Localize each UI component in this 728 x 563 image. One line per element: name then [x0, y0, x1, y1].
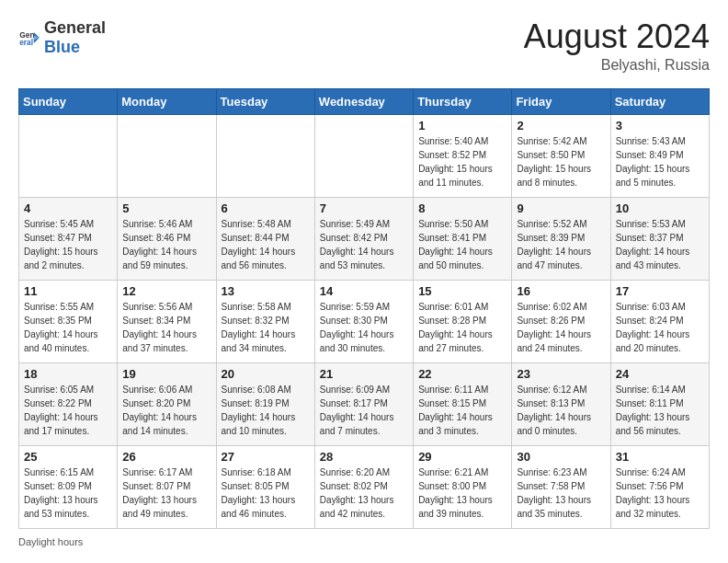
day-number: 5: [122, 201, 210, 215]
table-cell: 28Sunrise: 6:20 AMSunset: 8:02 PMDayligh…: [314, 445, 413, 528]
day-info: Sunrise: 5:56 AMSunset: 8:34 PMDaylight:…: [122, 300, 210, 355]
day-info: Sunrise: 5:58 AMSunset: 8:32 PMDaylight:…: [222, 300, 310, 355]
day-info: Sunrise: 5:53 AMSunset: 8:37 PMDaylight:…: [616, 217, 704, 272]
day-number: 26: [122, 450, 210, 464]
day-info: Sunrise: 6:14 AMSunset: 8:11 PMDaylight:…: [616, 383, 704, 438]
table-cell: 1Sunrise: 5:40 AMSunset: 8:52 PMDaylight…: [414, 114, 512, 197]
table-cell: 12Sunrise: 5:56 AMSunset: 8:34 PMDayligh…: [118, 280, 216, 362]
day-number: 6: [222, 201, 310, 215]
day-info: Sunrise: 6:11 AMSunset: 8:15 PMDaylight:…: [418, 383, 506, 438]
table-cell: 13Sunrise: 5:58 AMSunset: 8:32 PMDayligh…: [216, 280, 314, 362]
table-cell: 21Sunrise: 6:09 AMSunset: 8:17 PMDayligh…: [314, 362, 413, 445]
day-info: Sunrise: 6:23 AMSunset: 7:58 PMDaylight:…: [517, 465, 605, 521]
footer-note: Daylight hours: [18, 536, 710, 547]
day-number: 16: [517, 284, 605, 298]
logo-general: General: [44, 18, 106, 37]
page-header: Gen eral General Blue August 2024 Belyas…: [18, 18, 710, 74]
table-cell: 29Sunrise: 6:21 AMSunset: 8:00 PMDayligh…: [414, 445, 512, 528]
day-info: Sunrise: 6:08 AMSunset: 8:19 PMDaylight:…: [222, 383, 310, 438]
table-cell: 11Sunrise: 5:55 AMSunset: 8:35 PMDayligh…: [19, 280, 118, 362]
table-cell: 10Sunrise: 5:53 AMSunset: 8:37 PMDayligh…: [610, 197, 709, 280]
table-cell: 30Sunrise: 6:23 AMSunset: 7:58 PMDayligh…: [512, 445, 610, 528]
table-cell: 4Sunrise: 5:45 AMSunset: 8:47 PMDaylight…: [19, 197, 118, 280]
day-number: 30: [517, 450, 605, 464]
table-cell: 9Sunrise: 5:52 AMSunset: 8:39 PMDaylight…: [512, 197, 610, 280]
table-cell: [118, 114, 216, 197]
table-cell: 24Sunrise: 6:14 AMSunset: 8:11 PMDayligh…: [610, 362, 709, 445]
day-info: Sunrise: 5:46 AMSunset: 8:46 PMDaylight:…: [122, 217, 210, 272]
day-number: 28: [320, 450, 408, 464]
day-number: 20: [222, 367, 310, 381]
table-cell: 19Sunrise: 6:06 AMSunset: 8:20 PMDayligh…: [118, 362, 216, 445]
day-info: Sunrise: 6:17 AMSunset: 8:07 PMDaylight:…: [122, 465, 210, 521]
header-thursday: Thursday: [414, 88, 512, 114]
header-sunday: Sunday: [19, 88, 118, 114]
day-number: 7: [320, 201, 408, 215]
table-cell: 16Sunrise: 6:02 AMSunset: 8:26 PMDayligh…: [512, 280, 610, 362]
day-number: 3: [616, 119, 704, 132]
day-number: 12: [122, 284, 210, 298]
day-number: 25: [24, 450, 112, 464]
header-friday: Friday: [512, 88, 610, 114]
table-cell: 14Sunrise: 5:59 AMSunset: 8:30 PMDayligh…: [314, 280, 413, 362]
day-number: 13: [222, 284, 310, 298]
day-info: Sunrise: 6:05 AMSunset: 8:22 PMDaylight:…: [24, 383, 112, 438]
day-info: Sunrise: 5:45 AMSunset: 8:47 PMDaylight:…: [24, 217, 112, 272]
day-info: Sunrise: 6:24 AMSunset: 7:56 PMDaylight:…: [616, 465, 704, 521]
day-number: 24: [616, 367, 704, 381]
table-cell: 3Sunrise: 5:43 AMSunset: 8:49 PMDaylight…: [610, 114, 709, 197]
day-number: 18: [24, 367, 112, 381]
table-cell: 18Sunrise: 6:05 AMSunset: 8:22 PMDayligh…: [19, 362, 118, 445]
day-info: Sunrise: 5:43 AMSunset: 8:49 PMDaylight:…: [616, 134, 704, 190]
day-info: Sunrise: 5:50 AMSunset: 8:41 PMDaylight:…: [418, 217, 506, 272]
day-info: Sunrise: 5:40 AMSunset: 8:52 PMDaylight:…: [418, 134, 506, 190]
logo: Gen eral General Blue: [18, 18, 106, 57]
table-cell: [314, 114, 413, 197]
logo-icon: Gen eral: [18, 27, 40, 49]
title-area: August 2024 Belyashi, Russia: [524, 18, 710, 74]
day-info: Sunrise: 6:06 AMSunset: 8:20 PMDaylight:…: [122, 383, 210, 438]
day-info: Sunrise: 5:48 AMSunset: 8:44 PMDaylight:…: [222, 217, 310, 272]
table-cell: 31Sunrise: 6:24 AMSunset: 7:56 PMDayligh…: [610, 445, 709, 528]
daylight-hours-label: Daylight hours: [18, 536, 83, 547]
week-row-1: 1Sunrise: 5:40 AMSunset: 8:52 PMDaylight…: [19, 114, 710, 197]
day-number: 29: [418, 450, 506, 464]
day-header-row: Sunday Monday Tuesday Wednesday Thursday…: [19, 88, 710, 114]
day-info: Sunrise: 5:59 AMSunset: 8:30 PMDaylight:…: [320, 300, 408, 355]
day-info: Sunrise: 6:20 AMSunset: 8:02 PMDaylight:…: [320, 465, 408, 521]
table-cell: 23Sunrise: 6:12 AMSunset: 8:13 PMDayligh…: [512, 362, 610, 445]
table-cell: 15Sunrise: 6:01 AMSunset: 8:28 PMDayligh…: [414, 280, 512, 362]
logo-blue: Blue: [44, 38, 80, 56]
table-cell: 26Sunrise: 6:17 AMSunset: 8:07 PMDayligh…: [118, 445, 216, 528]
day-info: Sunrise: 6:03 AMSunset: 8:24 PMDaylight:…: [616, 300, 704, 355]
table-cell: 5Sunrise: 5:46 AMSunset: 8:46 PMDaylight…: [118, 197, 216, 280]
day-info: Sunrise: 6:21 AMSunset: 8:00 PMDaylight:…: [418, 465, 506, 521]
day-number: 1: [418, 119, 506, 132]
day-number: 21: [320, 367, 408, 381]
day-number: 23: [517, 367, 605, 381]
location-subtitle: Belyashi, Russia: [524, 57, 710, 74]
table-cell: 2Sunrise: 5:42 AMSunset: 8:50 PMDaylight…: [512, 114, 610, 197]
day-number: 19: [122, 367, 210, 381]
table-cell: 6Sunrise: 5:48 AMSunset: 8:44 PMDaylight…: [216, 197, 314, 280]
day-number: 10: [616, 201, 704, 215]
calendar-table: Sunday Monday Tuesday Wednesday Thursday…: [18, 88, 710, 529]
header-monday: Monday: [118, 88, 216, 114]
table-cell: 17Sunrise: 6:03 AMSunset: 8:24 PMDayligh…: [610, 280, 709, 362]
table-cell: 8Sunrise: 5:50 AMSunset: 8:41 PMDaylight…: [414, 197, 512, 280]
month-year-title: August 2024: [524, 18, 710, 55]
day-number: 8: [418, 201, 506, 215]
week-row-2: 4Sunrise: 5:45 AMSunset: 8:47 PMDaylight…: [19, 197, 710, 280]
day-info: Sunrise: 6:12 AMSunset: 8:13 PMDaylight:…: [517, 383, 605, 438]
table-cell: 27Sunrise: 6:18 AMSunset: 8:05 PMDayligh…: [216, 445, 314, 528]
day-number: 31: [616, 450, 704, 464]
day-number: 17: [616, 284, 704, 298]
day-number: 9: [517, 201, 605, 215]
day-info: Sunrise: 5:42 AMSunset: 8:50 PMDaylight:…: [517, 134, 605, 190]
day-info: Sunrise: 6:18 AMSunset: 8:05 PMDaylight:…: [222, 465, 310, 521]
day-info: Sunrise: 5:52 AMSunset: 8:39 PMDaylight:…: [517, 217, 605, 272]
week-row-5: 25Sunrise: 6:15 AMSunset: 8:09 PMDayligh…: [19, 445, 710, 528]
svg-text:eral: eral: [19, 38, 33, 47]
day-number: 14: [320, 284, 408, 298]
header-wednesday: Wednesday: [314, 88, 413, 114]
